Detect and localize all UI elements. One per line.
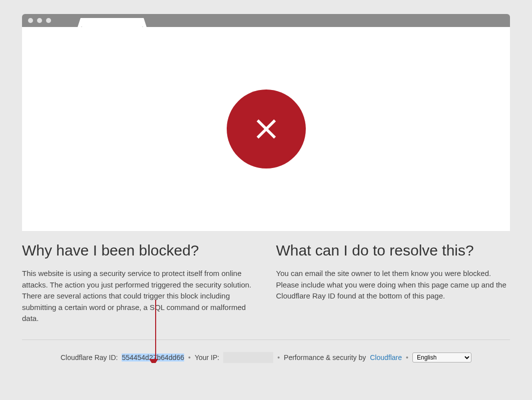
separator-dot: • [277,354,280,362]
window-dot [37,18,42,23]
right-column: What can I do to resolve this? You can e… [276,242,510,324]
window-dot [46,18,51,23]
cloudflare-link[interactable]: Cloudflare [370,354,402,362]
window-dot [28,18,33,23]
close-x-icon [250,112,283,146]
window-controls [28,18,51,23]
browser-chrome-bar [22,14,510,27]
perf-security-label: Performance & security by [284,354,366,362]
blocked-body: This website is using a security service… [22,268,256,324]
separator-dot: • [188,354,191,362]
footer-separator [22,340,510,340]
ip-placeholder [223,352,273,363]
error-icon [227,90,306,168]
left-column: Why have I been blocked? This website is… [22,242,256,324]
browser-tab[interactable] [82,18,142,27]
blocked-heading: Why have I been blocked? [22,242,256,259]
resolve-body: You can email the site owner to let them… [276,268,510,302]
footer: Cloudflare Ray ID: 554454d27b64dd66 • Yo… [22,352,510,363]
ray-id-value: 554454d27b64dd66 [122,354,184,362]
language-select[interactable]: English [412,352,471,362]
separator-dot: • [406,354,408,362]
your-ip-label: Your IP: [195,354,219,362]
ray-id-label: Cloudflare Ray ID: [61,354,118,362]
resolve-heading: What can I do to resolve this? [276,242,510,259]
hero-panel [22,27,510,231]
